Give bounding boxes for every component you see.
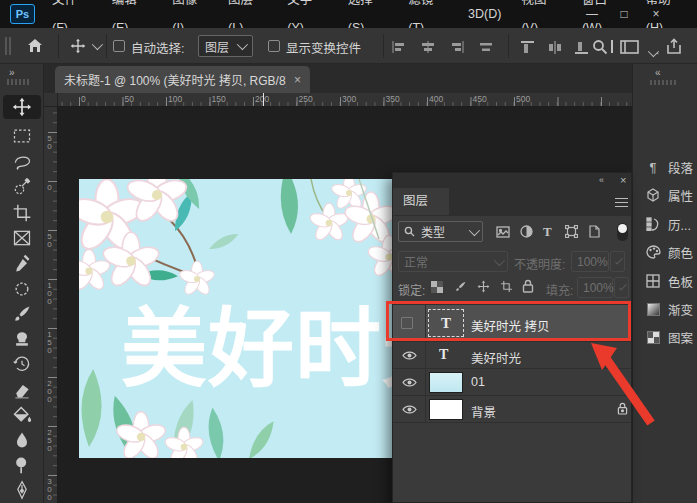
chevron-down-icon — [469, 224, 480, 235]
pen-tool[interactable] — [3, 478, 41, 502]
lock-pixels-icon[interactable] — [454, 280, 467, 293]
document-title: 未标题-1 @ 100% (美好时光 拷贝, RGB/8) * — [64, 71, 286, 88]
tab-close-icon[interactable]: × — [294, 73, 301, 87]
ruler-label: 0 — [81, 94, 86, 104]
chevron-down-icon — [237, 39, 248, 50]
distribute-vertical-icon[interactable] — [548, 41, 562, 54]
opacity-value-box: 100% — [571, 251, 609, 272]
dodge-tool[interactable] — [3, 453, 41, 477]
close-button[interactable]: × — [641, 0, 671, 28]
move-tool[interactable] — [3, 95, 41, 119]
move-tool-option-icon[interactable] — [70, 38, 86, 54]
tab-label: 属性 — [668, 186, 693, 205]
title-bar: Ps 文件(F) 编辑(E) 图像(I) 图层(L) 文字(Y) 选择(S) 滤… — [0, 0, 697, 28]
ruler-label: 50 — [125, 94, 134, 104]
panel-close-icon[interactable]: × — [620, 174, 626, 186]
menu-3d[interactable]: 3D(D) — [458, 0, 511, 28]
layer-name[interactable]: 01 — [471, 375, 485, 389]
expand-panel-chevrons[interactable]: » — [9, 67, 16, 78]
align-top-icon[interactable] — [521, 41, 534, 54]
lock-artboard-icon[interactable] — [500, 280, 513, 293]
home-icon[interactable] — [26, 37, 44, 55]
divider — [383, 34, 384, 58]
filter-text-icon[interactable]: T — [543, 224, 552, 240]
chevron-more-icon[interactable]: · — [648, 43, 659, 61]
auto-select-target-dropdown[interactable]: 图层 — [198, 35, 253, 57]
eyedropper-tool[interactable] — [3, 252, 41, 276]
maximize-button[interactable]: □ — [609, 0, 639, 28]
layer-filter-dropdown[interactable]: 类型 — [398, 221, 483, 242]
workspace-icon[interactable] — [620, 40, 639, 54]
image-layer-thumbnail[interactable] — [429, 372, 463, 393]
lock-position-icon[interactable] — [477, 280, 490, 293]
document-tab[interactable]: 未标题-1 @ 100% (美好时光 拷贝, RGB/8) * × — [55, 66, 310, 93]
show-transform-checkbox[interactable] — [268, 40, 280, 52]
auto-select-checkbox[interactable] — [113, 40, 125, 52]
ruler-label: 500 — [516, 94, 530, 104]
eye-icon[interactable] — [402, 377, 417, 388]
opacity-value: 100% — [577, 255, 608, 269]
lasso-tool[interactable] — [3, 150, 41, 174]
lock-all-icon[interactable] — [522, 279, 534, 293]
tab-swatches[interactable]: 色板 — [633, 267, 697, 295]
filter-smart-object-icon[interactable] — [589, 225, 600, 238]
align-right-icon[interactable] — [450, 41, 464, 53]
clone-stamp-tool[interactable] — [3, 327, 41, 351]
history-brush-tool[interactable] — [3, 352, 41, 376]
align-bottom-icon[interactable] — [575, 41, 588, 54]
eye-icon[interactable] — [402, 350, 417, 361]
lock-transparency-icon[interactable] — [431, 281, 443, 293]
collapse-panel-chevrons[interactable]: « — [599, 175, 605, 185]
ruler-label: 300 — [342, 94, 356, 104]
tab-color[interactable]: 颜色 — [633, 238, 697, 266]
tab-paragraph[interactable]: ¶ 段落 — [633, 153, 697, 181]
share-icon[interactable] — [666, 38, 682, 55]
align-center-horizontal-icon[interactable] — [421, 41, 435, 53]
distribute-centers-icon[interactable] — [479, 41, 493, 53]
dock-grip[interactable] — [650, 80, 676, 85]
frame-tool[interactable] — [3, 226, 41, 250]
eraser-tool[interactable] — [3, 378, 41, 402]
filter-toggle-switch[interactable] — [617, 223, 628, 241]
fill-value: 100% — [583, 281, 614, 295]
spot-healing-tool[interactable] — [3, 277, 41, 301]
divider — [508, 34, 509, 58]
tab-properties[interactable]: 属性 — [633, 181, 697, 209]
gradient-icon — [645, 301, 661, 317]
panel-menu-icon[interactable] — [615, 198, 628, 207]
eye-icon[interactable] — [402, 404, 417, 415]
divider — [106, 34, 107, 58]
layer-name[interactable]: 背景 — [471, 402, 496, 421]
collapse-panel-chevrons[interactable]: « — [655, 67, 662, 78]
tab-label: 色板 — [668, 272, 693, 291]
tab-label: 图案 — [668, 328, 693, 347]
background-layer-thumbnail[interactable] — [429, 399, 463, 420]
chevron-down-icon[interactable] — [92, 39, 103, 50]
canvas-artwork[interactable]: 美好时光 — [79, 179, 392, 458]
crop-tool[interactable] — [3, 201, 41, 225]
tab-label: 渐变 — [668, 300, 693, 319]
tool-rail: » — [0, 64, 44, 503]
search-icon[interactable] — [592, 39, 608, 55]
filter-adjustment-icon[interactable] — [520, 225, 533, 238]
ruler-label: 250 — [45, 428, 54, 452]
align-left-icon[interactable] — [392, 41, 406, 53]
toolbar-grip[interactable] — [7, 79, 29, 85]
brush-tool[interactable] — [3, 302, 41, 326]
paint-bucket-tool[interactable] — [3, 403, 41, 427]
layer-name[interactable]: 美好时光 — [471, 348, 521, 367]
tab-layers[interactable]: 图层 — [393, 188, 449, 215]
tab-history[interactable]: 历... — [633, 210, 697, 238]
quick-selection-tool[interactable] — [3, 175, 41, 199]
tab-gradients[interactable]: 渐变 — [633, 295, 697, 323]
filter-image-icon[interactable] — [496, 226, 510, 238]
horizontal-ruler: 0 50 100 150 200 250 300 350 400 450 500 — [58, 93, 632, 107]
marquee-tool[interactable] — [3, 124, 41, 148]
minimize-button[interactable]: — — [577, 0, 607, 28]
blur-tool[interactable] — [3, 428, 41, 452]
fill-value-box: 100% — [577, 277, 613, 298]
filter-shape-icon[interactable] — [565, 225, 578, 238]
chevron-down-icon — [619, 282, 627, 290]
text-layer-thumbnail[interactable]: T — [439, 347, 448, 363]
swatches-grid-icon — [645, 273, 661, 289]
